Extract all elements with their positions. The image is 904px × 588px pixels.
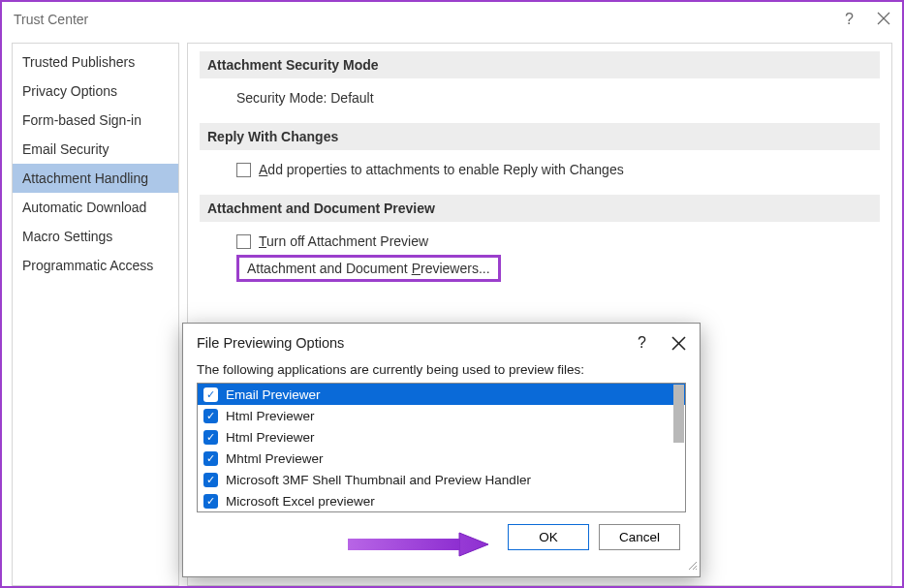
list-item-label: Mhtml Previewer: [226, 451, 324, 466]
section-header-reply-changes: Reply With Changes: [200, 123, 880, 150]
checked-icon: ✓: [203, 409, 218, 423]
list-item-label: Microsoft Excel previewer: [226, 494, 375, 509]
list-item[interactable]: ✓ Html Previewer: [198, 405, 685, 426]
close-icon[interactable]: [877, 12, 890, 28]
list-item-label: Html Previewer: [226, 409, 315, 423]
file-previewing-dialog: File Previewing Options ? The following …: [182, 323, 701, 577]
checkbox-icon: [236, 234, 251, 249]
resize-grip-icon[interactable]: [686, 557, 698, 574]
sidebar-item-email-security[interactable]: Email Security: [13, 135, 178, 164]
checked-icon: ✓: [203, 387, 218, 402]
inner-help-icon[interactable]: ?: [638, 334, 646, 352]
security-mode-value: Security Mode: Default: [200, 90, 880, 106]
list-item-label: Microsoft 3MF Shell Thumbnail and Previe…: [226, 473, 531, 487]
svg-line-6: [696, 569, 697, 570]
cancel-button[interactable]: Cancel: [599, 524, 680, 550]
checked-icon: ✓: [203, 494, 218, 509]
list-item[interactable]: ✓ Microsoft 3MF Shell Thumbnail and Prev…: [198, 469, 685, 490]
list-item-label: Email Previewer: [226, 387, 321, 402]
window-title: Trust Center: [14, 12, 88, 27]
inner-title: File Previewing Options: [197, 335, 344, 351]
section-header-security-mode: Attachment Security Mode: [200, 51, 880, 78]
checkbox-icon: [236, 163, 251, 177]
list-item[interactable]: ✓ Mhtml Previewer: [198, 448, 685, 469]
sidebar-item-programmatic-access[interactable]: Programmatic Access: [13, 251, 178, 280]
previewers-listbox[interactable]: ✓ Email Previewer ✓ Html Previewer ✓ Htm…: [197, 383, 686, 512]
sidebar-item-macro-settings[interactable]: Macro Settings: [13, 222, 178, 251]
sidebar-item-privacy-options[interactable]: Privacy Options: [13, 77, 178, 106]
sidebar-item-form-based-sign-in[interactable]: Form-based Sign-in: [13, 106, 178, 135]
sidebar-item-trusted-publishers[interactable]: Trusted Publishers: [13, 47, 178, 77]
checkbox-label: Add properties to attachments to enable …: [259, 162, 624, 177]
checked-icon: ✓: [203, 473, 218, 487]
checkbox-label: Turn off Attachment Preview: [259, 233, 428, 249]
window-titlebar: Trust Center ?: [2, 2, 902, 37]
checkbox-add-properties[interactable]: Add properties to attachments to enable …: [236, 162, 880, 177]
list-item-label: Html Previewer: [226, 430, 315, 445]
ok-button[interactable]: OK: [508, 524, 589, 550]
sidebar: Trusted Publishers Privacy Options Form-…: [12, 43, 179, 586]
inner-titlebar: File Previewing Options ?: [183, 324, 700, 362]
list-item[interactable]: ✓ Email Previewer: [198, 384, 685, 405]
svg-line-4: [689, 562, 697, 570]
sidebar-item-automatic-download[interactable]: Automatic Download: [13, 193, 178, 222]
inner-description: The following applications are currently…: [197, 362, 686, 377]
sidebar-item-attachment-handling[interactable]: Attachment Handling: [13, 164, 178, 193]
scrollbar[interactable]: [673, 385, 684, 443]
list-item[interactable]: ✓ Html Previewer: [198, 426, 685, 448]
checked-icon: ✓: [203, 430, 218, 445]
checked-icon: ✓: [203, 451, 218, 466]
inner-close-icon[interactable]: [671, 336, 686, 351]
attachment-previewers-button[interactable]: Attachment and Document Previewers...: [236, 255, 501, 282]
help-icon[interactable]: ?: [845, 11, 854, 28]
list-item[interactable]: ✓ Microsoft Excel previewer: [198, 490, 685, 511]
checkbox-turn-off-preview[interactable]: Turn off Attachment Preview: [236, 233, 880, 249]
section-header-attachment-preview: Attachment and Document Preview: [200, 195, 880, 222]
